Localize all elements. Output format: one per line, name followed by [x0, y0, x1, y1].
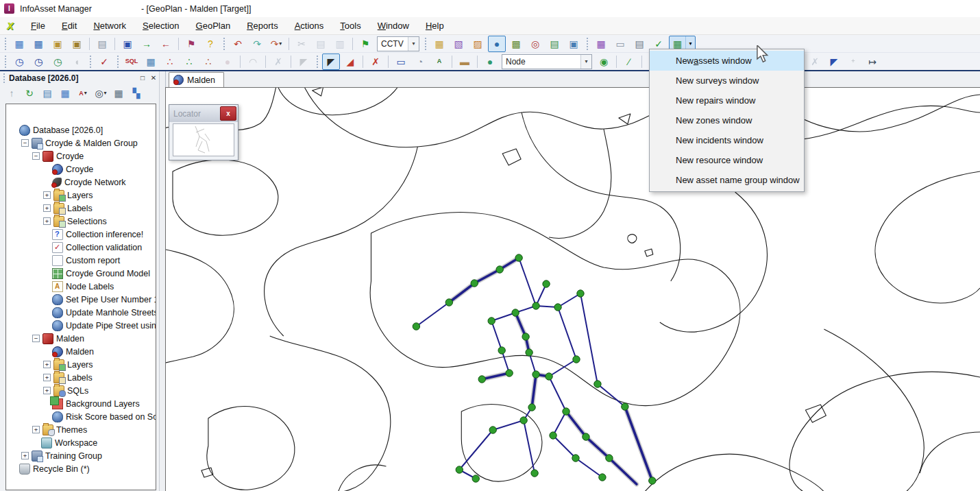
network-node[interactable] — [563, 408, 569, 415]
locator-close-button[interactable]: x — [220, 106, 236, 121]
tree-item[interactable]: Croyde Network — [6, 176, 156, 189]
chevron-down-icon[interactable]: ▾ — [104, 91, 107, 96]
select-tool-icon[interactable]: ◤ — [322, 53, 340, 70]
network-node[interactable] — [520, 417, 527, 424]
tree-item[interactable]: +SQLs — [6, 384, 156, 397]
menu-actions[interactable]: Actions — [286, 19, 332, 33]
new-geoplan-window-icon[interactable]: ▦ — [10, 36, 28, 52]
deselect-icon[interactable]: ◤ — [295, 53, 313, 70]
network-node[interactable] — [512, 309, 519, 316]
tree-item[interactable]: Malden — [6, 345, 156, 358]
refresh-icon[interactable]: ↻ — [21, 85, 38, 101]
revert-icon[interactable]: ← — [157, 36, 175, 52]
menu-help[interactable]: Help — [417, 19, 452, 33]
new-object-window-icon[interactable]: ▦ — [29, 36, 47, 52]
lock-icon[interactable]: ▣ — [49, 36, 66, 52]
menu-item-new-assets-window[interactable]: New assets window — [650, 51, 804, 71]
clock-calendar-icon[interactable]: ◷ — [29, 53, 47, 70]
network-node[interactable] — [599, 474, 606, 481]
tree-item[interactable]: +Themes — [6, 423, 156, 436]
network-node[interactable] — [456, 466, 463, 473]
toolbar-grip[interactable] — [422, 38, 429, 50]
network-node[interactable] — [445, 299, 452, 306]
tree-item[interactable]: Database [2026.0] — [6, 123, 156, 136]
panel-grip[interactable] — [1, 73, 7, 83]
network-node[interactable] — [488, 318, 495, 324]
menu-item-new-incidents-window[interactable]: New incidents window — [650, 130, 804, 150]
tree-flag-icon[interactable]: ▨ — [469, 36, 487, 52]
locate-globe-icon[interactable]: ● — [481, 53, 499, 70]
network-node[interactable] — [572, 455, 579, 462]
announce-icon[interactable]: ◖ — [68, 53, 86, 70]
label-select-icon[interactable]: A — [430, 53, 448, 70]
network-node[interactable] — [506, 370, 513, 376]
network-node[interactable] — [526, 349, 532, 356]
network-node[interactable] — [606, 455, 613, 462]
toolbar-grip[interactable] — [114, 56, 121, 68]
network-node[interactable] — [532, 371, 539, 378]
dimension-icon[interactable]: ↦ — [863, 53, 881, 70]
tree-expander-expand[interactable]: + — [43, 191, 51, 199]
network-node[interactable] — [550, 432, 556, 439]
map-canvas[interactable]: Locator x — [165, 87, 980, 491]
properties-icon[interactable]: ▤ — [39, 85, 56, 101]
network-node[interactable] — [543, 280, 550, 287]
menu-selection[interactable]: Selection — [134, 19, 187, 33]
menu-item-new-surveys-window[interactable]: New surveys window — [650, 71, 804, 91]
cut-icon[interactable]: ✂ — [293, 36, 310, 52]
tree-item[interactable]: Collection inference! — [6, 228, 156, 241]
checklist-icon[interactable]: ▤ — [546, 36, 563, 52]
page-layout-icon[interactable]: ▤ — [630, 36, 648, 52]
menu-window[interactable]: Window — [369, 19, 417, 33]
network-node[interactable] — [522, 333, 529, 340]
new-scenario-clock-icon[interactable]: ◷ — [10, 53, 28, 70]
network-node[interactable] — [649, 477, 656, 484]
tree-item[interactable]: Background Layers — [6, 397, 156, 410]
new-graph-window-icon[interactable]: ▦ — [592, 36, 610, 52]
tree-expander-expand[interactable]: + — [43, 204, 51, 212]
tree-expander-expand[interactable]: + — [21, 452, 29, 459]
window-select-icon[interactable]: ▭ — [392, 53, 410, 70]
network-node[interactable] — [583, 433, 589, 440]
redo-history-icon[interactable]: ↷▾ — [267, 36, 285, 52]
network-node[interactable] — [531, 470, 538, 477]
tree-item[interactable]: Croyde — [6, 163, 156, 176]
properties-window-icon[interactable]: ▣ — [565, 36, 583, 52]
delete-x-icon[interactable]: ✗ — [806, 53, 824, 70]
network-node[interactable] — [622, 403, 628, 410]
tree-item[interactable]: +Training Group — [6, 449, 156, 462]
tree-expander-expand[interactable]: + — [43, 374, 51, 381]
toolbar-grip[interactable] — [2, 38, 9, 50]
cctv-combobox[interactable]: CCTV▾ — [377, 36, 419, 51]
tree-item[interactable]: Recycle Bin (*) — [6, 462, 156, 475]
merge-link-icon[interactable]: ◠ — [244, 53, 262, 70]
chevron-down-icon[interactable]: ▾ — [84, 91, 87, 96]
tree-expander-collapse[interactable]: − — [32, 152, 40, 160]
navigate-up-icon[interactable]: ↑ — [3, 85, 20, 101]
select-polygon-icon[interactable]: ◢ — [341, 53, 359, 70]
panel-restore-button[interactable]: □ — [137, 73, 148, 83]
tree-item[interactable]: +Layers — [6, 358, 156, 371]
tree-item[interactable]: −Croyde — [6, 149, 156, 163]
tree-item[interactable]: Update Pipe Street using CC... — [6, 319, 156, 332]
tree-item[interactable]: +Labels — [6, 202, 156, 215]
tree-expander-collapse[interactable]: − — [32, 335, 40, 342]
network-node[interactable] — [528, 404, 535, 411]
toolbar-grip[interactable] — [87, 56, 94, 68]
toolbar-grip[interactable] — [2, 56, 9, 68]
menu-geoplan[interactable]: GeoPlan — [188, 19, 239, 33]
toolbar-grip[interactable] — [584, 38, 591, 50]
tree-item[interactable]: Custom report — [6, 254, 156, 267]
save-icon[interactable]: ▣ — [119, 36, 136, 52]
menu-edit[interactable]: Edit — [53, 19, 85, 33]
network-node[interactable] — [577, 290, 584, 297]
sql-icon[interactable]: SQL — [123, 53, 140, 70]
table-find-icon[interactable]: ▦ — [110, 85, 127, 101]
find-zoom-icon[interactable]: ◎ — [526, 36, 544, 52]
add-cursor-icon[interactable]: + — [844, 53, 862, 70]
network-node[interactable] — [489, 427, 496, 433]
delete-object-icon[interactable]: ✗ — [269, 53, 287, 70]
sort-az-icon[interactable]: A▾ — [75, 85, 91, 101]
tree-item[interactable]: Workspace — [6, 436, 156, 449]
tree-expander-expand[interactable]: + — [43, 217, 51, 225]
